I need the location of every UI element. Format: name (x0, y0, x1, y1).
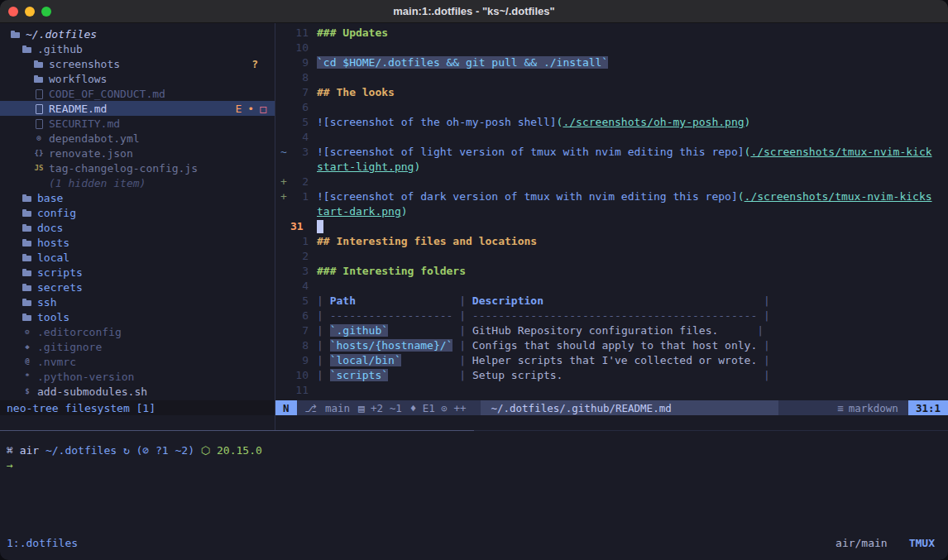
tree-item-dependabot-yml[interactable]: ⊙dependabot.yml (0, 131, 275, 146)
tree-item-dotfiles[interactable]: ~/.dotfiles (0, 26, 275, 41)
file-icon (31, 86, 46, 101)
filetype-section: ≡ markdown (837, 402, 908, 414)
tree-item-readme-md[interactable]: README.mdE•□ (0, 101, 275, 116)
line-text: tart-dark.png) (309, 205, 948, 220)
editor-line[interactable]: 31 (275, 220, 948, 235)
diff-stats: ▤ +2 ~1 (358, 402, 402, 414)
file-icon (31, 101, 46, 116)
tree-item-nvmrc[interactable]: @.nvmrc (0, 354, 275, 369)
folder-icon (20, 250, 35, 265)
editor-line[interactable]: 6| ------------------- | ---------------… (275, 309, 948, 324)
gutter-sign (275, 220, 289, 235)
gutter-sign (275, 369, 289, 384)
line-text: | Path | Description | (309, 294, 948, 309)
syntax-segment: GitHub Repository configuration files. (472, 324, 718, 337)
shell-input-line[interactable]: → (7, 457, 948, 472)
tree-item-base[interactable]: base (0, 190, 275, 205)
tree-item-editorconfig[interactable]: ⚙.editorconfig (0, 324, 275, 339)
tree-item-tag-changelog-config-js[interactable]: JStag-changelog-config.js (0, 160, 275, 175)
neotree-pane: ~/.dotfiles.githubscreenshots?workflowsC… (0, 23, 275, 430)
tree-item-hosts[interactable]: hosts (0, 235, 275, 250)
editor-wrap-line[interactable]: start-light.png) (275, 160, 948, 175)
gutter-sign (275, 324, 289, 339)
tree-item-gitignore[interactable]: ◆.gitignore (0, 339, 275, 354)
syntax-segment: `scripts` (330, 369, 388, 381)
editor-line[interactable]: 7## The looks (275, 86, 948, 101)
close-button[interactable] (8, 7, 18, 17)
folder-icon (20, 220, 35, 235)
editor-line[interactable]: 5![screenshot of the oh-my-posh shell](.… (275, 116, 948, 131)
editor-line[interactable]: 10 (275, 41, 948, 56)
editor-line[interactable]: 10| `scripts` | Setup scripts. | (275, 369, 948, 384)
syntax-segment: | (757, 294, 770, 307)
line-number (289, 205, 309, 220)
syntax-segment: ![screenshot of dark version of tmux wit… (317, 190, 738, 203)
syntax-segment: Helper scripts that I've collected or wr… (472, 354, 757, 366)
markdown-icon: ≡ (837, 402, 844, 414)
editor-line[interactable]: 9`cd $HOME/.dotfiles && git pull && ./in… (275, 56, 948, 71)
editor-line[interactable]: 11### Updates (275, 26, 948, 41)
editor-line[interactable]: 8 (275, 71, 948, 86)
syntax-segment: | (757, 339, 770, 352)
syntax-segment: | (452, 294, 472, 307)
titlebar: main:1:.dotfiles - "ks~/.dotfiles" (0, 0, 948, 23)
tree-item-label: CODE_OF_CONDUCT.md (46, 88, 165, 100)
syntax-segment: ----------------------------------------… (472, 309, 757, 322)
line-number: 2 (289, 250, 309, 265)
git-icon: ◆ (20, 339, 35, 354)
gutter-sign (275, 280, 289, 294)
syntax-segment: | (317, 369, 330, 381)
shell-text: air (20, 444, 45, 457)
editor-line[interactable]: 9| `local/bin` | Helper scripts that I'v… (275, 354, 948, 369)
tree-item-local[interactable]: local (0, 250, 275, 265)
minimize-button[interactable] (25, 7, 35, 17)
editor-line[interactable]: ~3![screenshot of light version of tmux … (275, 146, 948, 160)
editor-line[interactable]: 3### Interesting folders (275, 265, 948, 280)
tmux-top-pane: ~/.dotfiles.githubscreenshots?workflowsC… (0, 23, 948, 430)
editor-line[interactable]: 11 (275, 384, 948, 399)
folder-icon (20, 41, 35, 56)
editor-line[interactable]: 8| `hosts/{hostname}/` | Configs that sh… (275, 339, 948, 354)
tree-item-secrets[interactable]: secrets (0, 280, 275, 294)
neotree-statusline: neo-tree filesystem [1] (0, 400, 275, 415)
tree-item-docs[interactable]: docs (0, 220, 275, 235)
gutter-sign (275, 101, 289, 116)
tree-item-code-of-conduct-md[interactable]: CODE_OF_CONDUCT.md (0, 86, 275, 101)
tree-item-github[interactable]: .github (0, 41, 275, 56)
editor-wrap-line[interactable]: tart-dark.png) (275, 205, 948, 220)
editor-line[interactable]: 2 (275, 250, 948, 265)
editor-line[interactable]: 4 (275, 280, 948, 294)
gutter-sign (275, 309, 289, 324)
tree-item-workflows[interactable]: workflows (0, 71, 275, 86)
editor-line[interactable]: +2 (275, 175, 948, 190)
tree-item-add-submodules-sh[interactable]: $add-submodules.sh (0, 384, 275, 399)
tmux-window-name[interactable]: 1:.dotfiles (7, 537, 78, 549)
editor-line[interactable]: 6 (275, 101, 948, 116)
tree-item-security-md[interactable]: SECURITY.md (0, 116, 275, 131)
tree-item-python-version[interactable]: *.python-version (0, 369, 275, 384)
line-text: ![screenshot of the oh-my-posh shell](./… (309, 116, 948, 131)
tree-item-renovate-json[interactable]: {}renovate.json (0, 146, 275, 160)
tree-item-tools[interactable]: tools (0, 309, 275, 324)
syntax-segment: | (757, 354, 770, 366)
syntax-segment (718, 324, 750, 337)
tree-item-label: secrets (35, 281, 83, 294)
editor-line[interactable]: +1![screenshot of dark version of tmux w… (275, 190, 948, 205)
syntax-segment: ### Interesting folders (317, 265, 466, 277)
zoom-button[interactable] (41, 7, 51, 17)
tree-item-screenshots[interactable]: screenshots? (0, 56, 275, 71)
syntax-segment: Setup scripts. (472, 369, 563, 381)
editor-line[interactable]: 5| Path | Description | (275, 294, 948, 309)
gutter-sign: + (275, 190, 289, 205)
editor-line[interactable]: 1## Interesting files and locations (275, 235, 948, 250)
editor-line[interactable]: 7| `.github` | GitHub Repository configu… (275, 324, 948, 339)
editor-line[interactable]: 4 (275, 131, 948, 146)
line-text (309, 175, 948, 190)
tree-item-1-hidden-item[interactable]: (1 hidden item) (0, 175, 275, 190)
tree-item-config[interactable]: config (0, 205, 275, 220)
tree-item-ssh[interactable]: ssh (0, 294, 275, 309)
syntax-segment: | (750, 324, 764, 337)
line-number: 5 (289, 116, 309, 131)
tree-item-scripts[interactable]: scripts (0, 265, 275, 280)
none-icon (31, 175, 46, 190)
